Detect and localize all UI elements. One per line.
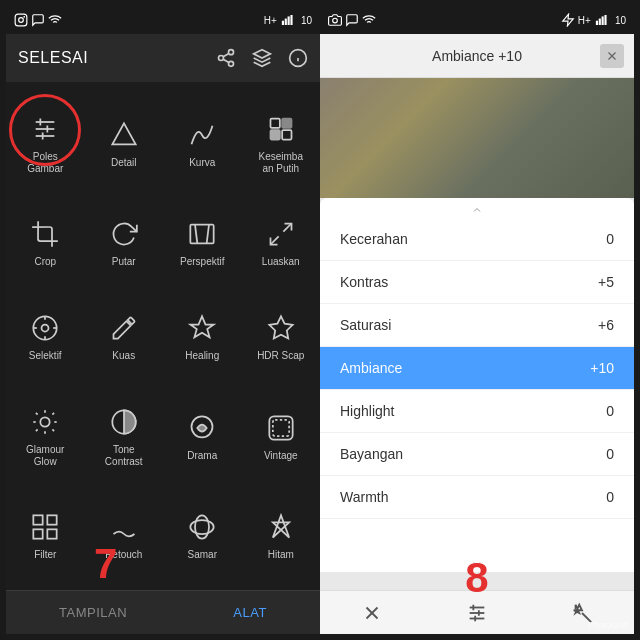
tool-kuas[interactable]: Kuas [85,289,164,383]
layers-icon[interactable] [252,48,272,68]
kuas-icon [106,310,142,346]
kurva-label: Kurva [189,157,215,169]
svg-marker-26 [112,123,135,144]
keseimbangan-icon [263,111,299,147]
svg-rect-57 [34,530,43,539]
charging-icon [561,13,575,27]
tool-detail[interactable]: Detail [85,90,164,196]
cancel-edit-icon[interactable] [361,602,383,624]
bottom-tabs: TAMPILAN ALAT [6,590,320,634]
chevron-up-area[interactable] [320,198,634,218]
svg-rect-31 [191,225,214,244]
right-status-right: H+ 10 [561,13,626,27]
svg-line-46 [36,413,38,415]
tool-crop[interactable]: Crop [6,196,85,290]
tool-luaskan[interactable]: Luaskan [242,196,321,290]
setting-warmth[interactable]: Warmth 0 [320,476,634,519]
svg-rect-56 [48,516,57,525]
svg-line-34 [283,224,291,232]
svg-marker-61 [273,516,289,538]
tool-hdr[interactable]: HDR Scap [242,289,321,383]
tool-poles-gambar[interactable]: PolesGambar [6,90,85,196]
tool-keseimbangan[interactable]: Keseimbaan Putih [242,90,321,196]
tone-icon [106,404,142,440]
signal-bars-right [594,15,612,25]
right-panel: H+ 10 Ambiance +10 [320,6,634,634]
chevron-down-area[interactable] [320,554,634,572]
tab-tampilan[interactable]: TAMPILAN [39,597,147,628]
settings-list: Kecerahan 0 Kontras +5 Saturasi +6 Ambia… [320,218,634,519]
tool-filter[interactable]: Filter [6,488,85,582]
setting-ambiance[interactable]: Ambiance +10 [320,347,634,390]
luaskan-icon [263,216,299,252]
svg-rect-58 [48,530,57,539]
tool-drama[interactable]: Drama [163,383,242,489]
svg-line-51 [53,413,55,415]
setting-kontras[interactable]: Kontras +5 [320,261,634,304]
detail-label: Detail [111,157,137,169]
selesai-button[interactable]: SELESAI [18,49,88,67]
svg-line-12 [223,53,229,56]
tool-vintage[interactable]: Vintage [242,383,321,489]
svg-point-43 [41,417,50,426]
svg-marker-13 [254,50,271,58]
tool-perspektif[interactable]: Perspektif [163,196,242,290]
tool-retouch[interactable]: Retouch [85,488,164,582]
svg-rect-66 [599,19,601,25]
selektif-icon [27,310,63,346]
kuas-label: Kuas [112,350,135,362]
vintage-label: Vintage [264,450,298,462]
svg-line-47 [53,429,55,431]
svg-rect-5 [285,19,287,25]
tool-tone[interactable]: ToneContrast [85,383,164,489]
tool-samar[interactable]: Samar [163,488,242,582]
tool-hitam[interactable]: Hitam [242,488,321,582]
hitam-label: Hitam [268,549,294,561]
svg-point-10 [229,61,234,66]
status-bar-right: H+ 10 [320,6,634,34]
right-status-left: H+ 10 [264,15,312,26]
svg-line-50 [36,429,38,431]
perspektif-label: Perspektif [180,256,224,268]
settings-panel: Kecerahan 0 Kontras +5 Saturasi +6 Ambia… [320,198,634,554]
tab-alat[interactable]: ALAT [213,597,287,628]
svg-rect-7 [290,15,292,25]
svg-line-35 [270,237,278,245]
setting-kecerahan[interactable]: Kecerahan 0 [320,218,634,261]
svg-point-9 [219,56,224,61]
selektif-label: Selektif [29,350,62,362]
photo-background [320,78,634,198]
left-panel: H+ 10 SELESAI [6,6,320,634]
adjustments-icon[interactable] [466,602,488,624]
setting-saturasi[interactable]: Saturasi +6 [320,304,634,347]
svg-point-37 [42,324,49,331]
tool-putar[interactable]: Putar [85,196,164,290]
close-panel-button[interactable] [600,44,624,68]
svg-line-11 [223,59,229,62]
svg-point-1 [19,18,24,23]
poles-gambar-label: PolesGambar [27,151,63,175]
battery-left: 10 [301,15,312,26]
poles-gambar-icon [27,111,63,147]
perspektif-icon [184,216,220,252]
info-icon[interactable] [288,48,308,68]
keseimbangan-label: Keseimbaan Putih [259,151,303,175]
tool-selektif[interactable]: Selektif [6,289,85,383]
svg-point-2 [23,16,25,18]
tool-glamour[interactable]: GlamourGlow [6,383,85,489]
drama-label: Drama [187,450,217,462]
svg-marker-42 [269,316,292,338]
tool-healing[interactable]: Healing [163,289,242,383]
filter-icon [27,509,63,545]
setting-highlight[interactable]: Highlight 0 [320,390,634,433]
svg-rect-55 [34,516,43,525]
tool-kurva[interactable]: Kurva [163,90,242,196]
status-bar-left: H+ 10 [6,6,320,34]
retouch-icon [106,509,142,545]
kurva-icon [184,117,220,153]
svg-rect-68 [604,15,606,25]
top-bar-left: SELESAI [6,34,320,82]
photo-area [320,78,634,198]
setting-bayangan[interactable]: Bayangan 0 [320,433,634,476]
share-icon[interactable] [216,48,236,68]
